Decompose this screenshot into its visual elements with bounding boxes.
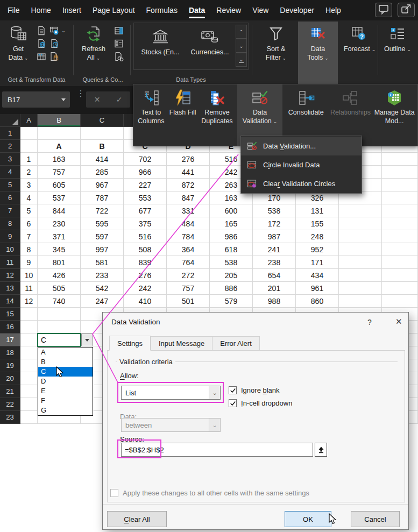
cell[interactable]: 618 [210,243,253,256]
row-header-14[interactable]: 14 [0,295,20,308]
cell[interactable]: 997 [81,243,124,256]
cell[interactable]: 839 [124,256,167,269]
cell[interactable]: 722 [81,204,124,217]
row-header-6[interactable]: 6 [0,191,20,204]
col-header-A[interactable]: A [20,114,38,127]
cell[interactable]: 345 [38,243,81,256]
cell[interactable]: 595 [81,217,124,230]
cell[interactable]: 967 [81,179,124,191]
cell[interactable] [20,411,38,424]
menu-tab-formulas[interactable]: Formulas [146,0,178,20]
forecast-button[interactable]: ? Forecast⌄ [340,24,378,54]
ignore-blank-checkbox[interactable] [229,386,237,394]
row-header-4[interactable]: 4 [0,166,20,179]
cell[interactable]: A [38,140,81,153]
cell[interactable]: 600 [210,204,253,217]
cell[interactable]: 410 [124,295,167,308]
menu-tab-review[interactable]: Review [216,0,241,20]
select-all-corner[interactable] [0,114,20,127]
collapse-dialog-button[interactable] [315,443,327,457]
cell[interactable]: 248 [296,230,339,243]
cell[interactable]: 986 [210,230,253,243]
cell[interactable] [339,256,382,269]
data-tools-button[interactable]: Data Tools⌄ [298,22,338,85]
cell[interactable]: 844 [38,204,81,217]
menu-tab-help[interactable]: Help [325,0,341,20]
cell[interactable]: 155 [296,217,339,230]
cell[interactable]: 201 [253,282,296,295]
tab-settings[interactable]: Settings [109,336,151,351]
edit-links-icon[interactable] [113,51,124,62]
cell[interactable] [38,127,81,140]
cell[interactable] [382,256,418,269]
cell[interactable]: 1 [20,153,38,166]
cell[interactable] [382,204,418,217]
dropdown-option-B[interactable]: B [38,357,93,367]
currencies-button[interactable]: Currencies... [186,25,234,68]
cell[interactable]: 553 [124,191,167,204]
row-header-1[interactable]: 1 [0,127,20,140]
cell[interactable]: 165 [210,217,253,230]
cell[interactable]: 787 [81,191,124,204]
cell[interactable]: 272 [167,269,210,282]
cell[interactable]: 677 [124,204,167,217]
cell[interactable]: 238 [253,256,296,269]
menu-item-data-validation[interactable]: Data Validation... [241,137,362,155]
cell[interactable]: 441 [167,166,210,179]
dropdown-option-G[interactable]: G [38,406,93,415]
allow-combobox[interactable]: List ⌄ [121,386,221,400]
comments-button[interactable] [375,3,392,17]
cell[interactable]: 414 [81,153,124,166]
cell[interactable] [339,295,382,308]
cell[interactable]: 702 [124,153,167,166]
row-header-10[interactable]: 10 [0,243,20,256]
cell[interactable]: 597 [81,230,124,243]
cell[interactable] [20,321,38,334]
from-table-icon[interactable] [36,51,47,62]
from-picture-icon[interactable] [48,25,60,36]
cell[interactable]: 276 [167,153,210,166]
cancel-button[interactable]: Cancel [351,511,400,527]
cell[interactable]: 581 [81,256,124,269]
cell[interactable]: 537 [38,191,81,204]
cell[interactable]: 952 [296,243,339,256]
ok-button[interactable]: OK [285,511,331,527]
cell[interactable]: 784 [167,230,210,243]
incell-dropdown-checkbox[interactable] [229,399,237,407]
recent-sources-icon[interactable] [48,38,60,49]
menu-tab-view[interactable]: View [252,0,268,20]
cell[interactable]: 11 [20,282,38,295]
cell[interactable]: 9 [20,256,38,269]
source-input[interactable]: =$B$2:$H$2 [121,443,313,457]
cell[interactable]: 12 [20,295,38,308]
cell[interactable] [20,359,38,372]
cell[interactable]: 8 [20,243,38,256]
menu-tab-file[interactable]: File [8,0,20,20]
cell[interactable] [20,127,38,140]
cell[interactable]: 757 [38,166,81,179]
cell[interactable] [20,385,38,398]
cell[interactable]: 172 [253,217,296,230]
cell[interactable] [20,398,38,411]
cell[interactable]: 847 [167,191,210,204]
cell[interactable]: 375 [124,217,167,230]
manage-data-mod-button[interactable]: iManage Data Mod... [371,84,417,146]
gallery-up-button[interactable]: ⌃ [236,25,247,39]
cell[interactable] [20,334,38,346]
row-header-5[interactable]: 5 [0,179,20,191]
cell[interactable]: 501 [167,295,210,308]
flash-fill-button[interactable]: Flash Fill [169,84,197,146]
cell[interactable]: 10 [20,269,38,282]
text-to-columns-button[interactable]: Text to Columns [133,84,169,146]
cell[interactable]: 364 [167,243,210,256]
name-box[interactable]: B17 [2,91,70,108]
workbook-connections-icon[interactable] [113,38,124,49]
row-header-15[interactable]: 15 [0,308,20,321]
gallery-more-button[interactable]: ⌄ [236,53,247,67]
help-button[interactable]: ? [367,318,372,327]
dropdown-option-F[interactable]: F [38,396,93,406]
from-web-icon[interactable] [36,38,47,49]
cell[interactable] [382,217,418,230]
dropdown-option-E[interactable]: E [38,386,93,396]
dropdown-option-A[interactable]: A [38,347,93,357]
